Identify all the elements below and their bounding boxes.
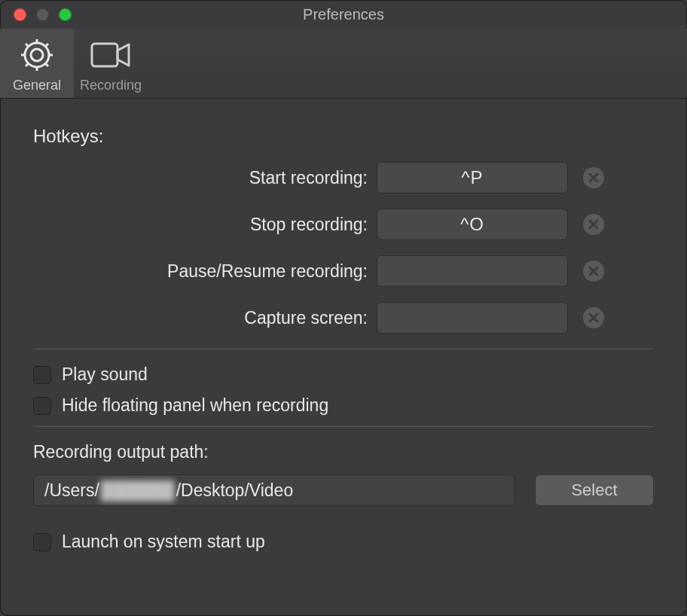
hotkey-label-stop: Stop recording: [33,215,377,235]
divider [33,349,654,349]
hotkey-input-capture[interactable] [377,302,568,334]
content-area: Hotkeys: Start recording: ^P Stop record… [0,99,687,552]
close-window-button[interactable] [14,8,26,21]
close-icon [588,219,599,230]
hotkey-label-start: Start recording: [33,168,377,188]
select-path-button[interactable]: Select [535,474,654,506]
clear-hotkey-capture[interactable] [583,307,604,328]
close-icon [588,313,599,323]
hotkey-input-start[interactable]: ^P [377,162,568,194]
hotkey-label-pause: Pause/Resume recording: [33,261,377,282]
hotkey-row-stop: Stop recording: ^O [33,209,654,240]
hide-panel-row: Hide floating panel when recording [33,395,654,416]
minimize-window-button[interactable] [36,8,49,21]
preferences-window: Preferences [0,0,687,616]
hotkey-row-pause: Pause/Resume recording: [33,255,654,287]
window-title: Preferences [0,6,687,23]
gear-icon [19,29,55,76]
svg-rect-10 [92,44,118,66]
tab-general-label: General [13,78,61,93]
svg-line-8 [26,63,29,66]
path-redacted: ██████ [101,480,175,501]
close-icon [588,172,599,183]
divider [33,426,654,427]
tab-recording-label: Recording [80,78,142,93]
tab-general[interactable]: General [0,29,74,98]
path-prefix: /Users/ [44,480,99,501]
titlebar: Preferences [0,0,687,29]
hotkey-row-start: Start recording: ^P [33,162,654,194]
hotkeys-title: Hotkeys: [33,126,654,147]
svg-line-9 [46,44,49,47]
play-sound-row: Play sound [33,364,654,385]
path-suffix: /Desktop/Video [176,480,294,501]
play-sound-label: Play sound [62,364,148,385]
output-path-row: /Users/██████/Desktop/Video Select [33,474,654,506]
launch-startup-checkbox[interactable] [33,533,51,551]
clear-hotkey-stop[interactable] [583,214,604,235]
clear-hotkey-pause[interactable] [583,261,604,282]
output-path-input[interactable]: /Users/██████/Desktop/Video [33,474,515,506]
hotkey-input-stop[interactable]: ^O [377,209,568,240]
window-controls [0,8,72,21]
zoom-window-button[interactable] [59,8,72,21]
launch-startup-row: Launch on system start up [33,532,654,552]
svg-line-6 [26,44,29,47]
tab-recording[interactable]: Recording [74,29,148,98]
svg-point-1 [25,43,49,67]
launch-startup-label: Launch on system start up [62,532,265,552]
hotkey-label-capture: Capture screen: [33,308,377,328]
output-path-label: Recording output path: [33,442,654,462]
hotkey-row-capture: Capture screen: [33,302,654,334]
camera-icon [90,29,132,76]
hide-panel-label: Hide floating panel when recording [62,395,328,416]
close-icon [588,266,599,276]
hotkey-input-pause[interactable] [377,255,568,287]
hide-panel-checkbox[interactable] [33,397,51,415]
clear-hotkey-start[interactable] [583,167,604,188]
play-sound-checkbox[interactable] [33,366,51,384]
svg-line-7 [46,63,49,66]
toolbar: General Recording [0,29,687,99]
svg-point-0 [31,49,43,61]
